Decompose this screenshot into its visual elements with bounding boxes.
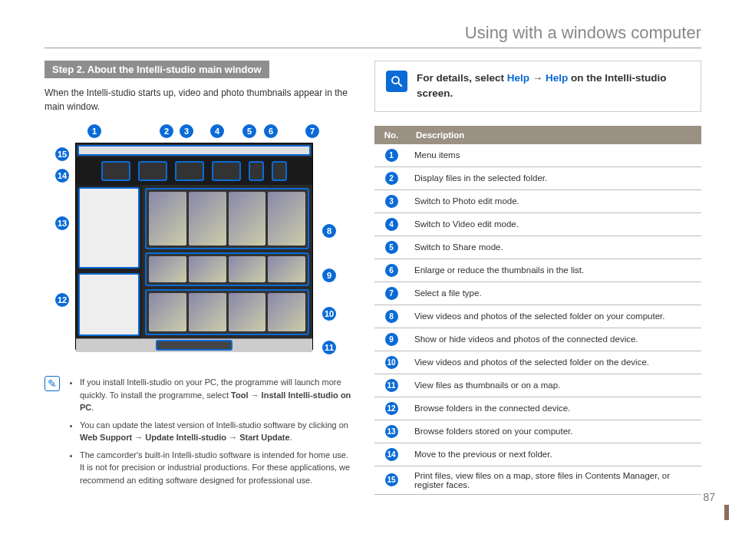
callout-2: 2 [160,124,173,138]
callout-13: 13 [55,216,69,230]
callout-9: 9 [322,268,336,282]
table-row: 6Enlarge or reduce the thumbnails in the… [374,259,701,282]
table-row: 12Browse folders in the connected device… [374,397,701,420]
note-icon: ✎ [45,376,60,391]
table-row: 4Switch to Video edit mode. [374,212,701,236]
table-row: 2Display files in the selected folder. [374,166,701,189]
table-row: 9Show or hide videos and photos of the c… [374,328,701,351]
note-item: If you install Intelli-studio on your PC… [80,376,351,414]
table-row: 13Browse folders stored on your computer… [374,420,701,443]
svg-line-1 [398,83,402,87]
table-row: 11View files as thumbnails or on a map. [374,374,701,397]
svg-point-0 [392,77,399,84]
page-title: Using with a windows computer [465,23,701,42]
callout-8: 8 [322,224,336,238]
help-text: For details, select Help → Help on the I… [417,71,690,102]
page-number: 87 [703,491,715,503]
page-header: Using with a windows computer [45,23,701,48]
table-row: 14Move to the previous or next folder. [374,443,701,466]
callout-4: 4 [210,124,224,138]
description-table: No. Description 1Menu items2Display file… [374,126,701,495]
callout-11: 11 [322,341,336,354]
table-row: 7Select a file type. [374,282,701,305]
annotated-screenshot: 1 2 3 4 5 6 7 15 14 13 12 8 9 10 11 [45,124,351,362]
table-header-desc: Description [408,126,701,144]
step-heading: Step 2. About the Intelli-studio main wi… [45,61,269,78]
callout-12: 12 [55,293,69,307]
table-row: 1Menu items [374,144,701,167]
magnifier-icon [386,71,407,92]
note-item: The camcorder's built-in Intelli-studio … [80,449,351,487]
callout-1: 1 [87,124,101,138]
callout-6: 6 [264,124,278,138]
help-callout-box: For details, select Help → Help on the I… [374,61,701,112]
callout-5: 5 [242,124,256,138]
callout-15: 15 [55,147,69,161]
callout-7: 7 [305,124,319,138]
table-row: 5Switch to Share mode. [374,236,701,259]
table-row: 10View videos and photos of the selected… [374,351,701,374]
table-row: 15Print files, view files on a map, stor… [374,466,701,494]
intelli-studio-screenshot [75,143,313,350]
note-item: You can update the latest version of Int… [80,419,351,444]
table-row: 8View videos and photos of the selected … [374,305,701,328]
callout-10: 10 [322,307,336,321]
table-header-no: No. [374,126,408,144]
note-section: ✎ If you install Intelli-studio on your … [45,376,351,491]
callout-3: 3 [180,124,193,138]
intro-paragraph: When the Intelli-studio starts up, video… [45,86,351,114]
callout-14: 14 [55,169,69,183]
table-row: 3Switch to Photo edit mode. [374,189,701,212]
